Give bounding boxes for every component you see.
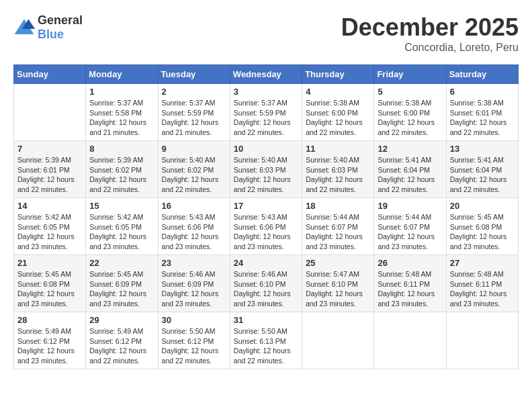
calendar-week-row: 14Sunrise: 5:42 AM Sunset: 6:05 PM Dayli… (14, 198, 519, 255)
calendar-cell: 5Sunrise: 5:38 AM Sunset: 6:00 PM Daylig… (374, 84, 446, 141)
title-area: December 2025 Concordia, Loreto, Peru (341, 13, 519, 54)
calendar-cell: 15Sunrise: 5:42 AM Sunset: 6:05 PM Dayli… (86, 198, 158, 255)
day-number: 18 (306, 201, 370, 211)
day-info: Sunrise: 5:50 AM Sunset: 6:12 PM Dayligh… (162, 326, 226, 366)
day-info: Sunrise: 5:39 AM Sunset: 6:02 PM Dayligh… (89, 155, 154, 195)
day-info: Sunrise: 5:40 AM Sunset: 6:02 PM Dayligh… (162, 155, 226, 195)
day-info: Sunrise: 5:41 AM Sunset: 6:04 PM Dayligh… (378, 155, 442, 195)
day-info: Sunrise: 5:37 AM Sunset: 5:58 PM Dayligh… (89, 98, 154, 138)
calendar-cell: 17Sunrise: 5:43 AM Sunset: 6:06 PM Dayli… (230, 198, 302, 255)
day-info: Sunrise: 5:45 AM Sunset: 6:08 PM Dayligh… (17, 269, 82, 309)
calendar-cell: 9Sunrise: 5:40 AM Sunset: 6:02 PM Daylig… (158, 141, 230, 198)
calendar-cell: 31Sunrise: 5:50 AM Sunset: 6:13 PM Dayli… (230, 312, 302, 369)
calendar-cell: 12Sunrise: 5:41 AM Sunset: 6:04 PM Dayli… (374, 141, 446, 198)
day-info: Sunrise: 5:38 AM Sunset: 6:00 PM Dayligh… (378, 98, 442, 138)
weekday-header: Saturday (446, 65, 518, 84)
day-number: 19 (378, 201, 442, 211)
day-number: 31 (234, 315, 298, 325)
calendar-cell: 7Sunrise: 5:39 AM Sunset: 6:01 PM Daylig… (14, 141, 86, 198)
calendar-week-row: 7Sunrise: 5:39 AM Sunset: 6:01 PM Daylig… (14, 141, 519, 198)
calendar-cell: 16Sunrise: 5:43 AM Sunset: 6:06 PM Dayli… (158, 198, 230, 255)
day-number: 10 (234, 144, 298, 154)
calendar-cell: 3Sunrise: 5:37 AM Sunset: 5:59 PM Daylig… (230, 84, 302, 141)
calendar-cell: 23Sunrise: 5:46 AM Sunset: 6:09 PM Dayli… (158, 255, 230, 312)
day-number: 21 (17, 258, 82, 268)
day-number: 4 (306, 87, 370, 97)
day-info: Sunrise: 5:50 AM Sunset: 6:13 PM Dayligh… (234, 326, 298, 366)
calendar-cell (446, 312, 518, 369)
day-number: 29 (89, 315, 154, 325)
calendar-cell: 20Sunrise: 5:45 AM Sunset: 6:08 PM Dayli… (446, 198, 518, 255)
day-info: Sunrise: 5:37 AM Sunset: 5:59 PM Dayligh… (234, 98, 298, 138)
calendar-cell: 22Sunrise: 5:45 AM Sunset: 6:09 PM Dayli… (86, 255, 158, 312)
day-info: Sunrise: 5:37 AM Sunset: 5:59 PM Dayligh… (162, 98, 226, 138)
logo-general: General (38, 13, 83, 27)
day-info: Sunrise: 5:46 AM Sunset: 6:09 PM Dayligh… (162, 269, 226, 309)
day-number: 13 (450, 144, 515, 154)
calendar-cell: 25Sunrise: 5:47 AM Sunset: 6:10 PM Dayli… (302, 255, 374, 312)
calendar-week-row: 21Sunrise: 5:45 AM Sunset: 6:08 PM Dayli… (14, 255, 519, 312)
calendar-cell: 29Sunrise: 5:49 AM Sunset: 6:12 PM Dayli… (86, 312, 158, 369)
day-number: 28 (17, 315, 82, 325)
day-number: 15 (89, 201, 154, 211)
day-number: 20 (450, 201, 515, 211)
day-number: 24 (234, 258, 298, 268)
day-number: 12 (378, 144, 442, 154)
calendar-cell: 21Sunrise: 5:45 AM Sunset: 6:08 PM Dayli… (14, 255, 86, 312)
day-number: 6 (450, 87, 515, 97)
day-info: Sunrise: 5:42 AM Sunset: 6:05 PM Dayligh… (17, 212, 82, 252)
day-info: Sunrise: 5:41 AM Sunset: 6:04 PM Dayligh… (450, 155, 515, 195)
calendar-cell: 14Sunrise: 5:42 AM Sunset: 6:05 PM Dayli… (14, 198, 86, 255)
day-info: Sunrise: 5:40 AM Sunset: 6:03 PM Dayligh… (306, 155, 370, 195)
day-number: 22 (89, 258, 154, 268)
calendar-cell: 6Sunrise: 5:38 AM Sunset: 6:01 PM Daylig… (446, 84, 518, 141)
weekday-header: Friday (374, 65, 446, 84)
day-info: Sunrise: 5:43 AM Sunset: 6:06 PM Dayligh… (162, 212, 226, 252)
day-info: Sunrise: 5:40 AM Sunset: 6:03 PM Dayligh… (234, 155, 298, 195)
day-info: Sunrise: 5:38 AM Sunset: 6:00 PM Dayligh… (306, 98, 370, 138)
logo-blue: Blue (38, 28, 64, 41)
calendar-cell: 19Sunrise: 5:44 AM Sunset: 6:07 PM Dayli… (374, 198, 446, 255)
day-number: 7 (17, 144, 82, 154)
day-number: 23 (162, 258, 226, 268)
weekday-header: Monday (86, 65, 158, 84)
day-number: 9 (162, 144, 226, 154)
logo-icon (13, 18, 35, 37)
calendar-cell: 10Sunrise: 5:40 AM Sunset: 6:03 PM Dayli… (230, 141, 302, 198)
day-number: 2 (162, 87, 226, 97)
day-number: 3 (234, 87, 298, 97)
calendar: SundayMondayTuesdayWednesdayThursdayFrid… (13, 64, 519, 369)
day-info: Sunrise: 5:47 AM Sunset: 6:10 PM Dayligh… (306, 269, 370, 309)
day-number: 17 (234, 201, 298, 211)
day-number: 14 (17, 201, 82, 211)
calendar-cell: 2Sunrise: 5:37 AM Sunset: 5:59 PM Daylig… (158, 84, 230, 141)
day-number: 26 (378, 258, 442, 268)
calendar-cell: 24Sunrise: 5:46 AM Sunset: 6:10 PM Dayli… (230, 255, 302, 312)
day-info: Sunrise: 5:38 AM Sunset: 6:01 PM Dayligh… (450, 98, 515, 138)
day-info: Sunrise: 5:42 AM Sunset: 6:05 PM Dayligh… (89, 212, 154, 252)
day-info: Sunrise: 5:49 AM Sunset: 6:12 PM Dayligh… (89, 326, 154, 366)
calendar-cell: 26Sunrise: 5:48 AM Sunset: 6:11 PM Dayli… (374, 255, 446, 312)
day-info: Sunrise: 5:44 AM Sunset: 6:07 PM Dayligh… (306, 212, 370, 252)
calendar-header-row: SundayMondayTuesdayWednesdayThursdayFrid… (14, 65, 519, 84)
calendar-cell (302, 312, 374, 369)
calendar-cell: 13Sunrise: 5:41 AM Sunset: 6:04 PM Dayli… (446, 141, 518, 198)
month-title: December 2025 (341, 13, 519, 42)
calendar-cell: 8Sunrise: 5:39 AM Sunset: 6:02 PM Daylig… (86, 141, 158, 198)
location-title: Concordia, Loreto, Peru (341, 42, 519, 54)
day-info: Sunrise: 5:48 AM Sunset: 6:11 PM Dayligh… (450, 269, 515, 309)
day-info: Sunrise: 5:39 AM Sunset: 6:01 PM Dayligh… (17, 155, 82, 195)
day-number: 27 (450, 258, 515, 268)
day-number: 1 (89, 87, 154, 97)
day-info: Sunrise: 5:45 AM Sunset: 6:09 PM Dayligh… (89, 269, 154, 309)
day-info: Sunrise: 5:48 AM Sunset: 6:11 PM Dayligh… (378, 269, 442, 309)
calendar-cell: 30Sunrise: 5:50 AM Sunset: 6:12 PM Dayli… (158, 312, 230, 369)
day-info: Sunrise: 5:49 AM Sunset: 6:12 PM Dayligh… (17, 326, 82, 366)
calendar-cell: 28Sunrise: 5:49 AM Sunset: 6:12 PM Dayli… (14, 312, 86, 369)
day-number: 8 (89, 144, 154, 154)
day-info: Sunrise: 5:46 AM Sunset: 6:10 PM Dayligh… (234, 269, 298, 309)
calendar-cell: 1Sunrise: 5:37 AM Sunset: 5:58 PM Daylig… (86, 84, 158, 141)
day-number: 11 (306, 144, 370, 154)
day-number: 5 (378, 87, 442, 97)
calendar-cell (14, 84, 86, 141)
